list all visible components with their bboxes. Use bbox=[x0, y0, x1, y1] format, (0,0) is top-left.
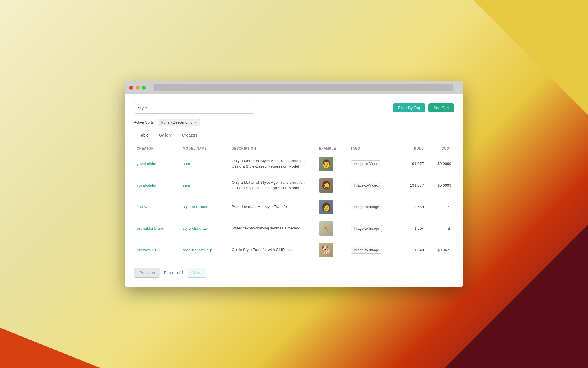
avatar: 🐕 bbox=[319, 243, 333, 257]
creator-cell[interactable]: cjwbw bbox=[134, 196, 180, 218]
tab-creators[interactable]: Creators bbox=[177, 131, 203, 140]
search-input[interactable] bbox=[134, 102, 254, 114]
example-cell: 🎨 bbox=[316, 218, 348, 239]
tag-badge: Image-to-Video bbox=[351, 182, 381, 189]
cost-cell: $0.0099 bbox=[427, 175, 454, 196]
tags-cell: Image-to-Image bbox=[348, 196, 399, 218]
top-buttons: Filter By Tag Add Sort bbox=[393, 103, 454, 112]
creator-cell[interactable]: yuval-alaluf bbox=[134, 175, 180, 196]
tag-badge: Image-to-Image bbox=[351, 204, 382, 210]
avatar: 🧔 bbox=[319, 178, 333, 193]
next-button[interactable]: Next bbox=[187, 268, 206, 278]
creator-cell[interactable]: yuval-alaluf bbox=[134, 153, 180, 175]
runs-cell: 1,504 bbox=[399, 218, 427, 239]
col-header-cost: Cost bbox=[427, 145, 454, 153]
description-cell: Guide Style Transfer with CLIP loss bbox=[229, 239, 316, 261]
description-cell: Only a Matter of Style: Age Transformati… bbox=[229, 175, 316, 196]
data-table: Creator Model Name Description Example T… bbox=[134, 145, 454, 261]
description-cell: Pose-Invariant Hairstyle Transfer bbox=[229, 196, 316, 218]
active-sorts-bar: Active Sorts: Runs - Descending × bbox=[134, 119, 454, 126]
col-header-description: Description bbox=[229, 145, 316, 153]
tab-table[interactable]: Table bbox=[134, 131, 154, 140]
col-header-creator: Creator bbox=[134, 145, 180, 153]
runs-cell: 191,077 bbox=[399, 175, 427, 196]
previous-button[interactable]: Previous bbox=[134, 268, 160, 278]
model-name-cell[interactable]: sam bbox=[180, 153, 229, 175]
col-header-runs: Runs bbox=[399, 145, 427, 153]
model-name-cell[interactable]: style-your-hair bbox=[180, 196, 229, 218]
table-row: mistake0316 style-transfer-clip Guide St… bbox=[134, 239, 454, 261]
add-sort-button[interactable]: Add Sort bbox=[428, 103, 454, 112]
runs-cell: 191,077 bbox=[399, 153, 427, 175]
browser-content: Filter By Tag Add Sort Active Sorts: Run… bbox=[125, 94, 463, 287]
tabs: Table Gallery Creators bbox=[134, 131, 454, 140]
page-info: Page 1 of 1 bbox=[164, 271, 183, 275]
sort-chip-remove[interactable]: × bbox=[194, 120, 197, 124]
table-row: yuval-alaluf sam Only a Matter of Style:… bbox=[134, 175, 454, 196]
tag-badge: Image-to-Image bbox=[351, 225, 382, 232]
tags-cell: Image-to-Video bbox=[348, 175, 399, 196]
tags-cell: Image-to-Image bbox=[348, 239, 399, 261]
avatar: 👨 bbox=[319, 157, 333, 171]
model-name-cell[interactable]: style-transfer-clip bbox=[180, 239, 229, 261]
traffic-light-yellow[interactable] bbox=[136, 86, 140, 90]
example-cell: 👨 bbox=[316, 153, 348, 175]
table-row: yuval-alaluf sam Only a Matter of Style:… bbox=[134, 153, 454, 175]
active-sorts-label: Active Sorts: bbox=[134, 120, 155, 124]
tags-cell: Image-to-Video bbox=[348, 153, 399, 175]
tab-gallery[interactable]: Gallery bbox=[154, 131, 177, 140]
cost-cell: $0.0099 bbox=[427, 153, 454, 175]
tags-cell: Image-to-Image bbox=[348, 218, 399, 239]
url-bar[interactable] bbox=[154, 84, 453, 91]
browser-window: Filter By Tag Add Sort Active Sorts: Run… bbox=[125, 81, 463, 287]
table-row: pschaldenbrand style-clip-draw Styled te… bbox=[134, 218, 454, 239]
model-name-cell[interactable]: sam bbox=[180, 175, 229, 196]
runs-cell: 1,348 bbox=[399, 239, 427, 261]
creator-cell[interactable]: mistake0316 bbox=[134, 239, 180, 261]
filter-by-tag-button[interactable]: Filter By Tag bbox=[393, 103, 425, 112]
sort-chip: Runs - Descending × bbox=[158, 119, 200, 126]
description-cell: Only a Matter of Style: Age Transformati… bbox=[229, 153, 316, 175]
col-header-model-name: Model Name bbox=[180, 145, 229, 153]
pagination: Previous Page 1 of 1 Next bbox=[134, 268, 454, 278]
tag-badge: Image-to-Video bbox=[351, 160, 381, 167]
col-header-example: Example bbox=[316, 145, 348, 153]
model-name-cell[interactable]: style-clip-draw bbox=[180, 218, 229, 239]
example-cell: 👩 bbox=[316, 196, 348, 218]
example-cell: 🐕 bbox=[316, 239, 348, 261]
cost-cell: $- bbox=[427, 196, 454, 218]
top-bar: Filter By Tag Add Sort bbox=[134, 102, 454, 114]
runs-cell: 3,669 bbox=[399, 196, 427, 218]
avatar: 👩 bbox=[319, 200, 333, 214]
traffic-light-red[interactable] bbox=[129, 86, 133, 90]
browser-titlebar bbox=[125, 81, 463, 94]
table-row: cjwbw style-your-hair Pose-Invariant Hai… bbox=[134, 196, 454, 218]
tag-badge: Image-to-Image bbox=[351, 247, 382, 254]
example-cell: 🧔 bbox=[316, 175, 348, 196]
avatar: 🎨 bbox=[319, 221, 333, 236]
description-cell: Styled text-to-drawing synthesis method. bbox=[229, 218, 316, 239]
sort-chip-text: Runs - Descending bbox=[161, 120, 193, 124]
creator-cell[interactable]: pschaldenbrand bbox=[134, 218, 180, 239]
cost-cell: $0.0671 bbox=[427, 239, 454, 261]
cost-cell: $- bbox=[427, 218, 454, 239]
traffic-light-green[interactable] bbox=[142, 86, 146, 90]
col-header-tags: Tags bbox=[348, 145, 399, 153]
